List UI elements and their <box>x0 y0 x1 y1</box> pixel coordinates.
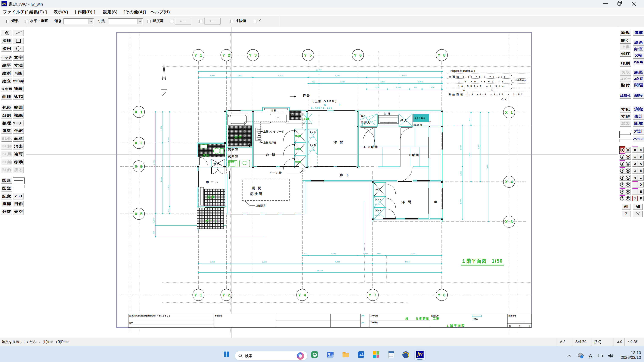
svg-text:X: X <box>135 212 138 216</box>
svg-text:様 住宅新築 工事: 様 住宅新築 工事 <box>405 317 440 320</box>
svg-text:7: 7 <box>622 197 623 200</box>
svg-text:〔洋間部先面積算定〕: 〔洋間部先面積算定〕 <box>448 70 476 73</box>
svg-text:6: 6 <box>622 190 623 193</box>
svg-text:2,700: 2,700 <box>460 199 462 204</box>
svg-text:押入: 押入 <box>400 119 408 122</box>
svg-text:Y: Y <box>194 53 197 57</box>
svg-text:吊押入: 吊押入 <box>361 121 370 124</box>
svg-text:1,800: 1,800 <box>237 75 242 77</box>
svg-text:タンス: タンス <box>310 131 316 133</box>
svg-text:W1,200: W1,200 <box>309 137 315 139</box>
svg-text:1,000: 1,000 <box>460 171 462 176</box>
svg-text:1: 1 <box>200 53 202 57</box>
svg-text:脱衣室: 脱衣室 <box>228 147 239 151</box>
svg-text:Y: Y <box>368 293 372 297</box>
svg-text:上部レンジフード: 上部レンジフード <box>263 130 284 133</box>
svg-text:2,700: 2,700 <box>167 185 169 190</box>
svg-text:B: B <box>627 169 629 172</box>
svg-text:E: E <box>627 190 629 193</box>
svg-text:5: 5 <box>140 212 142 216</box>
svg-text:1,900: 1,900 <box>210 261 215 263</box>
svg-text:Y: Y <box>298 293 301 297</box>
svg-text:4,650: 4,650 <box>405 261 410 263</box>
svg-text:6,000: 6,000 <box>153 160 155 165</box>
svg-text:食器棚: 食器棚 <box>295 135 301 137</box>
svg-text:居間: 居間 <box>252 186 264 190</box>
svg-text:1/50: 1/50 <box>472 318 478 321</box>
svg-text:3,750: 3,750 <box>411 252 416 255</box>
svg-text:X: X <box>135 141 138 145</box>
svg-text:工事場所: 工事場所 <box>370 321 378 324</box>
svg-text:OK: OK <box>502 98 508 101</box>
svg-text:X: X <box>505 110 508 115</box>
svg-text:Y: Y <box>222 53 225 57</box>
svg-text:出窓: 出窓 <box>271 109 277 112</box>
svg-text:X: X <box>135 164 138 169</box>
svg-text:1: 1 <box>200 293 202 297</box>
svg-text:ホール: ホール <box>206 180 220 184</box>
svg-text:5,100: 5,100 <box>262 261 267 263</box>
svg-text:タタミ敷き: タタミ敷き <box>414 117 425 119</box>
svg-text:〔上部 OPEN〕: 〔上部 OPEN〕 <box>311 100 338 103</box>
svg-text:廊下: 廊下 <box>339 173 352 177</box>
svg-text:4,700: 4,700 <box>478 145 480 150</box>
svg-text:Y: Y <box>249 53 252 57</box>
svg-text:記事: 記事 <box>129 322 133 324</box>
svg-text:床の間: 床の間 <box>413 123 423 126</box>
svg-text:1,000: 1,000 <box>153 218 155 223</box>
svg-text:7: 7 <box>374 293 376 297</box>
svg-text:3: 3 <box>254 53 257 57</box>
svg-text:タンス: タンス <box>310 144 316 146</box>
svg-text:2: 2 <box>140 141 142 145</box>
svg-text:5: 5 <box>622 183 623 186</box>
svg-text:7,400: 7,400 <box>486 165 488 170</box>
svg-text:タンス: タンス <box>375 198 382 200</box>
svg-text:床面積 2.55 ×3.7 ＝9.205: 床面積 2.55 ×3.7 ＝9.205 <box>448 75 505 78</box>
svg-text:4: 4 <box>304 293 306 297</box>
svg-text:押入: 押入 <box>375 188 382 191</box>
svg-text:アーチ枠: アーチ枠 <box>269 171 282 175</box>
svg-text:C: C <box>627 176 629 179</box>
svg-text:洋間: 洋間 <box>333 141 346 144</box>
svg-text:X: X <box>505 180 508 184</box>
svg-text:４.５帖間: ４.５帖間 <box>363 145 378 149</box>
svg-text:750: 750 <box>312 81 315 83</box>
svg-text:0: 0 <box>622 149 623 152</box>
svg-text:X: X <box>135 110 138 114</box>
svg-text:5,650: 5,650 <box>402 75 407 77</box>
svg-text:1,900: 1,900 <box>210 75 215 77</box>
svg-text:1,950: 1,950 <box>430 86 434 88</box>
svg-text:9: 9 <box>627 155 629 158</box>
svg-text:W1,200: W1,200 <box>374 214 380 216</box>
svg-text:900: 900 <box>414 86 417 88</box>
svg-text:2: 2 <box>228 53 230 57</box>
svg-text:3,700: 3,700 <box>278 75 283 77</box>
svg-text:上部吊戸棚: 上部吊戸棚 <box>263 141 276 144</box>
svg-text:浴室: 浴室 <box>234 135 242 139</box>
svg-text:洋間: 洋間 <box>401 200 414 204</box>
svg-text:2: 2 <box>228 293 230 297</box>
svg-text:3,700: 3,700 <box>167 138 169 143</box>
svg-text:6: 6 <box>510 219 513 224</box>
svg-text:2,850: 2,850 <box>418 81 423 83</box>
svg-text:便所: 便所 <box>202 154 210 157</box>
svg-text:W H: W H <box>324 104 346 106</box>
svg-text:縁側: 縁側 <box>434 200 437 203</box>
svg-text:1.0 ×0.75＝0.75: 1.0 ×0.75＝0.75 <box>458 80 503 83</box>
svg-text:年 月 日: 年 月 日 <box>509 325 534 327</box>
svg-text:図面番号: 図面番号 <box>508 315 516 317</box>
svg-text:＝10. 655㎡: ＝10. 655㎡ <box>514 79 526 81</box>
svg-text:洗面室: 洗面室 <box>228 154 239 158</box>
svg-text:勝手口: 勝手口 <box>290 114 295 116</box>
svg-text:1. 600×1. 200: 1. 600×1. 200 <box>311 107 332 109</box>
svg-text:台所: 台所 <box>266 153 278 156</box>
svg-text:3: 3 <box>140 164 142 169</box>
svg-text:Y: Y <box>354 53 357 57</box>
svg-text:戸袋: 戸袋 <box>302 94 310 97</box>
svg-text:障子: 障子 <box>361 115 365 117</box>
svg-text:W1,200: W1,200 <box>374 203 380 205</box>
svg-text:400: 400 <box>304 252 307 255</box>
svg-text:Y: Y <box>304 53 307 57</box>
svg-text:ポーチ: ポーチ <box>205 219 219 223</box>
svg-text:Y: Y <box>222 293 225 297</box>
